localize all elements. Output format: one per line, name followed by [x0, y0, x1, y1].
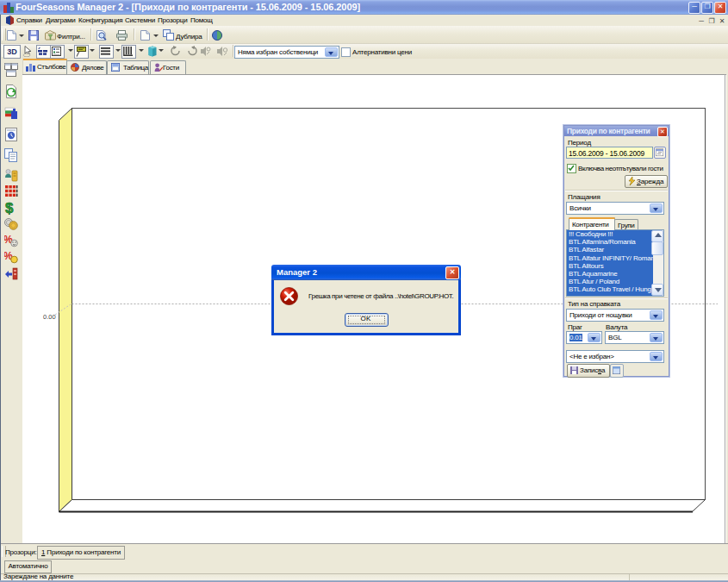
svg-text:$: $ [5, 201, 14, 215]
svg-text:0.00: 0.00 [43, 313, 56, 321]
